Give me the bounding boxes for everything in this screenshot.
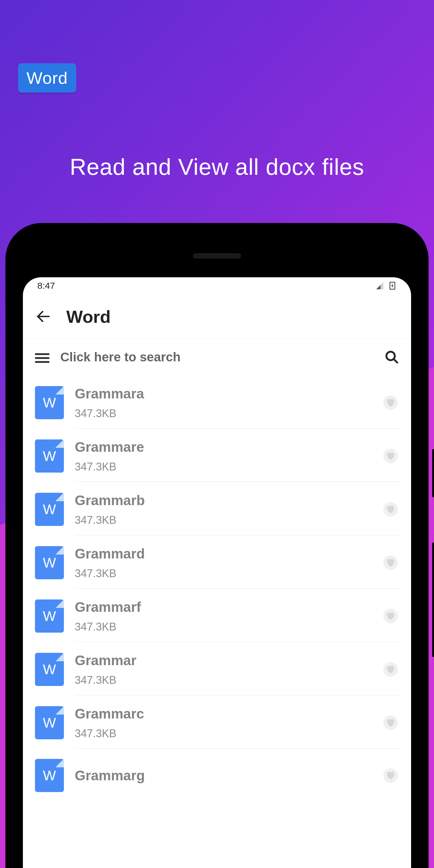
word-doc-icon: W xyxy=(35,386,64,419)
phone-side-button xyxy=(432,449,434,497)
word-doc-icon: W xyxy=(35,759,64,792)
file-meta: Grammara347.3KB xyxy=(75,385,371,420)
favorite-icon[interactable] xyxy=(382,501,399,518)
file-name: Grammard xyxy=(75,546,371,562)
file-name: Grammarc xyxy=(75,706,371,722)
file-meta: Grammarf347.3KB xyxy=(75,599,371,633)
favorite-icon[interactable] xyxy=(382,447,399,464)
file-row[interactable]: WGrammarg xyxy=(33,749,401,792)
word-doc-icon: W xyxy=(35,653,64,686)
file-row[interactable]: WGrammarf347.3KB xyxy=(33,589,401,633)
file-size: 347.3KB xyxy=(75,567,371,580)
file-meta: Grammarg xyxy=(75,767,371,784)
file-row[interactable]: WGrammare347.3KB xyxy=(33,429,401,473)
promo-background: Word Read and View all docx files 8:47 xyxy=(0,0,434,868)
phone-frame: 8:47 Word Click here xyxy=(5,223,429,868)
search-icon[interactable] xyxy=(384,350,399,364)
file-meta: Grammare347.3KB xyxy=(75,439,371,473)
file-meta: Grammar347.3KB xyxy=(75,652,371,687)
phone-screen: 8:47 Word Click here xyxy=(23,277,411,868)
phone-side-button xyxy=(432,542,434,657)
svg-line-3 xyxy=(394,359,397,363)
file-size: 347.3KB xyxy=(75,407,371,420)
status-bar: 8:47 xyxy=(23,277,411,294)
favorite-icon[interactable] xyxy=(382,714,399,731)
word-doc-icon: W xyxy=(35,439,64,472)
file-row[interactable]: WGrammarc347.3KB xyxy=(33,695,401,740)
file-size: 347.3KB xyxy=(75,727,371,740)
status-time: 8:47 xyxy=(37,281,55,291)
file-size: 347.3KB xyxy=(75,621,371,633)
file-size: 347.3KB xyxy=(75,674,371,687)
file-name: Grammara xyxy=(75,385,371,402)
file-meta: Grammarc347.3KB xyxy=(75,706,371,740)
word-doc-icon: W xyxy=(35,546,64,579)
file-list: WGrammara347.3KBWGrammare347.3KBWGrammar… xyxy=(23,375,411,868)
word-doc-icon: W xyxy=(35,493,64,526)
favorite-icon[interactable] xyxy=(382,394,399,411)
favorite-icon[interactable] xyxy=(382,661,399,678)
battery-icon xyxy=(388,281,397,290)
app-badge: Word xyxy=(18,63,76,93)
favorite-icon[interactable] xyxy=(382,767,399,784)
file-meta: Grammarb347.3KB xyxy=(75,492,371,527)
favorite-icon[interactable] xyxy=(382,554,399,571)
word-doc-icon: W xyxy=(35,599,64,632)
file-name: Grammarf xyxy=(75,599,371,615)
app-bar: Word xyxy=(23,294,411,339)
search-bar[interactable]: Click here to search xyxy=(23,339,411,375)
favorite-icon[interactable] xyxy=(382,608,399,624)
file-name: Grammarg xyxy=(75,767,371,784)
file-size: 347.3KB xyxy=(75,461,371,473)
file-row[interactable]: WGrammara347.3KB xyxy=(33,375,401,420)
file-name: Grammarb xyxy=(75,492,371,508)
file-name: Grammar xyxy=(75,652,371,669)
file-row[interactable]: WGrammarb347.3KB xyxy=(33,482,401,527)
page-title: Word xyxy=(66,307,111,327)
file-row[interactable]: WGrammar347.3KB xyxy=(33,642,401,687)
promo-headline: Read and View all docx files xyxy=(0,154,434,180)
back-button[interactable] xyxy=(35,308,52,325)
file-meta: Grammard347.3KB xyxy=(75,546,371,580)
file-row[interactable]: WGrammard347.3KB xyxy=(33,535,401,580)
menu-icon[interactable] xyxy=(35,351,50,363)
signal-icon xyxy=(375,281,384,290)
file-size: 347.3KB xyxy=(75,514,371,527)
search-input[interactable]: Click here to search xyxy=(60,350,374,364)
phone-speaker xyxy=(193,253,241,258)
word-doc-icon: W xyxy=(35,706,64,739)
file-name: Grammare xyxy=(75,439,371,455)
